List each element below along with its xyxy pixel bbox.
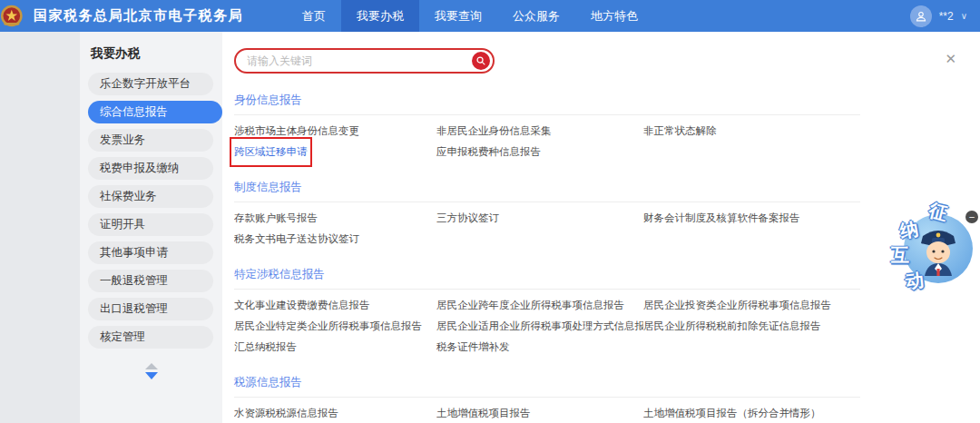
site-title: 国家税务总局北京市电子税务局 (34, 7, 243, 25)
section-title[interactable]: 税源信息报告 (234, 375, 302, 390)
service-link[interactable]: 汇总纳税报告 (234, 337, 436, 358)
service-sections: 身份信息报告涉税市场主体身份信息变更非居民企业身份信息采集非正常状态解除跨区域迁… (234, 91, 962, 423)
service-link[interactable]: 土地增值税项目报告 (436, 403, 643, 423)
sidebar-item[interactable]: 社保费业务 (88, 185, 213, 208)
service-section: 制度信息报告存款账户账号报告三方协议签订财务会计制度及核算软件备案报告税务文书电… (234, 178, 860, 250)
service-section: 身份信息报告涉税市场主体身份信息变更非居民企业身份信息采集非正常状态解除跨区域迁… (234, 91, 860, 162)
search-icon (475, 55, 486, 66)
sidebar: 我要办税 乐企数字开放平台综合信息报告发票业务税费申报及缴纳社保费业务证明开具其… (80, 32, 222, 423)
person-icon (915, 10, 927, 23)
nav-item[interactable]: 首页 (287, 0, 341, 32)
minimize-icon[interactable]: – (965, 211, 978, 223)
service-link[interactable]: 非居民企业身份信息采集 (436, 121, 643, 142)
search-button[interactable] (472, 52, 490, 70)
section-title[interactable]: 制度信息报告 (234, 180, 302, 195)
sidebar-item[interactable]: 乐企数字开放平台 (88, 73, 213, 95)
nav-item[interactable]: 我要办税 (341, 0, 419, 32)
username[interactable]: **2 (939, 10, 954, 23)
page-body: 我要办税 乐企数字开放平台综合信息报告发票业务税费申报及缴纳社保费业务证明开具其… (0, 32, 980, 423)
service-link[interactable]: 涉税市场主体身份信息变更 (234, 121, 436, 142)
search-box (234, 48, 495, 74)
sidebar-item[interactable]: 其他事项申请 (88, 241, 213, 264)
mascot-officer (912, 223, 965, 283)
chevron-down-icon[interactable]: ∨ (961, 11, 967, 21)
service-link[interactable]: 税务证件增补发 (436, 337, 643, 358)
service-link[interactable]: 三方协议签订 (436, 208, 643, 229)
section-divider (234, 114, 860, 115)
header-user-area: **2 ∨ (910, 0, 967, 32)
section-grid: 涉税市场主体身份信息变更非居民企业身份信息采集非正常状态解除跨区域迁移申请应申报… (234, 121, 860, 162)
sidebar-item[interactable]: 核定管理 (88, 326, 213, 349)
widget-char: 互 (891, 243, 909, 268)
section-title[interactable]: 特定涉税信息报告 (234, 267, 325, 282)
service-link[interactable]: 居民企业跨年度企业所得税事项信息报告 (436, 295, 643, 316)
service-link[interactable]: 居民企业特定类企业所得税事项信息报告 (234, 316, 436, 337)
sidebar-item[interactable]: 一般退税管理 (88, 270, 213, 292)
service-link[interactable]: 非正常状态解除 (643, 121, 860, 142)
section-divider (234, 397, 860, 398)
tax-bureau-emblem-icon (1, 4, 25, 28)
sidebar-item[interactable]: 证明开具 (88, 213, 213, 236)
section-divider (234, 289, 860, 290)
main-panel: ✕ 身份信息报告涉税市场主体身份信息变更非居民企业身份信息采集非正常状态解除跨区… (222, 32, 980, 423)
sidebar-title: 我要办税 (80, 43, 222, 61)
service-link[interactable]: 存款账户账号报告 (234, 208, 436, 229)
section-grid: 文化事业建设费缴费信息报告居民企业跨年度企业所得税事项信息报告居民企业投资类企业… (234, 295, 860, 358)
nav-item[interactable]: 公众服务 (497, 0, 575, 32)
left-rail (0, 32, 80, 423)
section-title[interactable]: 身份信息报告 (234, 93, 302, 108)
service-link[interactable]: 应申报税费种信息报告 (436, 142, 643, 162)
sidebar-item[interactable]: 综合信息报告 (88, 101, 222, 123)
interaction-widget[interactable]: 征纳互动 – (884, 203, 978, 294)
service-link[interactable]: 居民企业投资类企业所得税事项信息报告 (643, 295, 860, 316)
service-link[interactable]: 居民企业适用企业所得税事项处理方式信息报... (436, 316, 643, 337)
main-nav: 首页我要办税我要查询公众服务地方特色 (287, 0, 653, 32)
section-divider (234, 202, 860, 202)
scroll-down-arrow[interactable] (145, 372, 158, 379)
sidebar-item[interactable]: 发票业务 (88, 129, 213, 152)
sidebar-pager (80, 363, 222, 379)
service-link[interactable]: 跨区域迁移申请 (234, 142, 308, 162)
service-link[interactable]: 水资源税税源信息报告 (234, 403, 436, 423)
sidebar-item[interactable]: 税费申报及缴纳 (88, 157, 213, 180)
service-link[interactable]: 文化事业建设费缴费信息报告 (234, 295, 436, 316)
close-icon[interactable]: ✕ (945, 52, 956, 65)
nav-item[interactable]: 地方特色 (575, 0, 653, 32)
service-link[interactable]: 土地增值税项目报告（拆分合并情形） (643, 403, 860, 423)
service-section: 税源信息报告水资源税税源信息报告土地增值税项目报告土地增值税项目报告（拆分合并情… (234, 373, 860, 423)
section-grid: 存款账户账号报告三方协议签订财务会计制度及核算软件备案报告税务文书电子送达协议签… (234, 208, 860, 250)
nav-item[interactable]: 我要查询 (419, 0, 497, 32)
search-input[interactable] (247, 50, 465, 72)
scroll-up-arrow[interactable] (145, 363, 158, 369)
sidebar-menu: 乐企数字开放平台综合信息报告发票业务税费申报及缴纳社保费业务证明开具其他事项申请… (80, 73, 222, 349)
service-link[interactable]: 财务会计制度及核算软件备案报告 (643, 208, 860, 229)
service-link[interactable]: 税务文书电子送达协议签订 (234, 229, 436, 250)
header: 国家税务总局北京市电子税务局 首页我要办税我要查询公众服务地方特色 **2 ∨ (0, 0, 980, 32)
service-link[interactable]: 居民企业所得税税前扣除凭证信息报告 (643, 316, 860, 337)
user-avatar[interactable] (910, 5, 932, 27)
sidebar-item[interactable]: 出口退税管理 (88, 298, 213, 320)
section-grid: 水资源税税源信息报告土地增值税项目报告土地增值税项目报告（拆分合并情形）新建商品… (234, 403, 860, 423)
service-section: 特定涉税信息报告文化事业建设费缴费信息报告居民企业跨年度企业所得税事项信息报告居… (234, 265, 860, 358)
